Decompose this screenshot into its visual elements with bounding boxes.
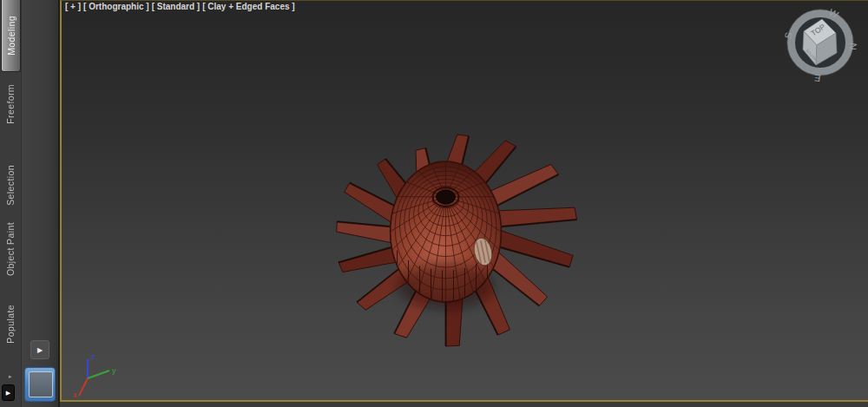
scene-canvas[interactable]: [62, 1, 868, 400]
rotor-hub[interactable]: [391, 161, 502, 309]
ribbon-tab-label: Selection: [5, 165, 16, 206]
ribbon-tab-populate[interactable]: Populate: [1, 295, 19, 352]
x-axis-line: [79, 378, 88, 396]
hub-hole: [437, 190, 456, 204]
compass-east-label[interactable]: E: [813, 73, 821, 84]
compass-north-label[interactable]: N: [848, 43, 859, 50]
z-axis-label: z: [91, 352, 95, 361]
panel-flyout-button[interactable]: ▶: [30, 340, 49, 359]
viewport-layout-thumbnail: [29, 371, 53, 397]
ribbon-expand-button[interactable]: ▶: [2, 384, 15, 401]
y-axis-label: y: [112, 366, 116, 375]
viewport-general-menu[interactable]: [ + ]: [65, 1, 81, 13]
viewport-renderer-menu[interactable]: [ Standard ]: [152, 1, 201, 13]
ribbon-tab-modeling[interactable]: Modeling: [1, 0, 21, 72]
ribbon-tab-label: Modeling: [6, 16, 16, 56]
ribbon-tab-selection[interactable]: Selection: [1, 160, 19, 210]
x-axis-label: x: [73, 391, 77, 399]
ribbon-tab-label: Populate: [5, 305, 16, 344]
viewport-shading-menu[interactable]: [ Clay + Edged Faces ]: [202, 1, 294, 13]
play-icon: ▶: [6, 390, 10, 397]
viewport-orthographic[interactable]: [ + ] [ Orthographic ] [ Standard ] [ Cl…: [60, 0, 868, 402]
viewport-layout-tab-button[interactable]: [24, 367, 56, 402]
ribbon-flyout-caret-icon: ▸: [9, 373, 12, 379]
ribbon-tab-label: Object Paint: [5, 222, 16, 276]
ribbon-tab-strip: ModelingFreeformSelectionObject PaintPop…: [0, 0, 22, 407]
viewcube[interactable]: W N E S TOP SOUTH: [780, 4, 860, 84]
viewport-label-menus: [ + ] [ Orthographic ] [ Standard ] [ Cl…: [65, 1, 295, 13]
ribbon-panel-strip: ▶: [22, 0, 60, 407]
ribbon-tab-freeform[interactable]: Freeform: [1, 80, 19, 128]
3dsmax-window: ModelingFreeformSelectionObject PaintPop…: [0, 0, 868, 407]
y-axis-line: [88, 371, 109, 378]
ribbon-tab-object-paint[interactable]: Object Paint: [1, 213, 19, 285]
viewport-pov-menu[interactable]: [ Orthographic ]: [83, 1, 149, 13]
status-strip: [60, 402, 868, 407]
viewport-column: [ + ] [ Orthographic ] [ Standard ] [ Cl…: [60, 0, 868, 407]
ribbon-tab-label: Freeform: [5, 84, 16, 124]
world-axis-gizmo: z y x: [69, 345, 124, 399]
play-icon: ▶: [37, 346, 43, 354]
